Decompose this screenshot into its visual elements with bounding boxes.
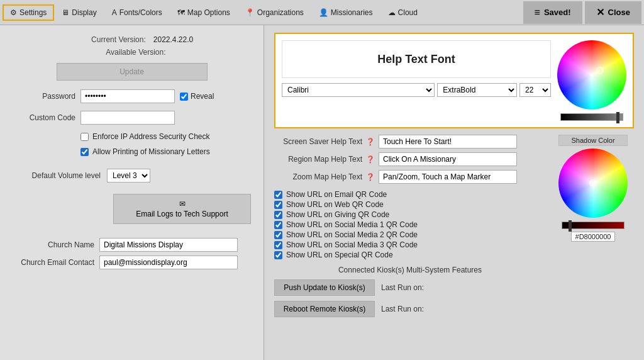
nav-map-options[interactable]: 🗺 Map Options: [170, 4, 238, 21]
shadow-color-section: Shadow Color #D8000000: [552, 135, 634, 317]
fonts-icon: A: [112, 8, 117, 17]
reboot-button[interactable]: Reboot Remote Kiosk(s): [274, 301, 375, 317]
screen-saver-row: Screen Saver Help Text ❓: [274, 135, 546, 149]
password-label: Password: [13, 92, 75, 101]
main-brightness-bar[interactable]: [560, 113, 623, 121]
qr-web-checkbox[interactable]: [274, 201, 282, 209]
qr-social2-checkbox[interactable]: [274, 231, 282, 239]
church-email-row: Church Email Contact: [13, 256, 251, 269]
reboot-run-label: Last Run on:: [381, 305, 424, 313]
qr-social3-checkbox[interactable]: [274, 241, 282, 249]
nav-org-label: Organizations: [257, 8, 304, 17]
email-logs-button[interactable]: ✉ Email Logs to Tech Support: [113, 194, 251, 224]
volume-label: Default Volume level: [13, 171, 101, 180]
region-map-row: Region Map Help Text ❓: [274, 152, 546, 166]
allow-printing-label: Allow Printing of Missionary Letters: [92, 147, 210, 156]
nav-cloud[interactable]: ☁ Cloud: [380, 4, 425, 21]
church-email-input[interactable]: [99, 256, 238, 269]
reveal-checkbox[interactable]: [180, 93, 188, 101]
push-run-label: Last Run on:: [381, 283, 424, 292]
nav-map-label: Map Options: [187, 8, 230, 17]
shadow-color-wheel[interactable]: [558, 149, 628, 218]
left-panel: Current Version: 2022.4.22.0 Available V…: [0, 25, 264, 360]
current-version-row: Current Version: 2022.4.22.0: [13, 35, 251, 44]
zoom-map-input[interactable]: [379, 170, 517, 184]
current-version-label: Current Version:: [70, 35, 146, 44]
nav-display[interactable]: 🖥 Display: [54, 4, 104, 21]
region-map-input[interactable]: [379, 152, 517, 166]
update-button[interactable]: Update: [57, 63, 208, 81]
push-update-row: Push Update to Kiosk(s) Last Run on:: [274, 279, 546, 296]
qr-giving-checkbox[interactable]: [274, 211, 282, 219]
font-preview-box: Help Text Font: [282, 40, 551, 78]
allow-printing-checkbox[interactable]: [80, 148, 89, 156]
qr-social1-checkbox[interactable]: [274, 221, 282, 229]
cloud-icon: ☁: [388, 8, 396, 17]
nav-fonts-colors[interactable]: A Fonts/Colors: [104, 4, 170, 21]
saved-icon: ≡: [535, 7, 540, 18]
settings-icon: ⚙: [10, 8, 17, 17]
font-preview-text: Help Text Font: [377, 53, 455, 66]
navbar: ⚙ Settings 🖥 Display A Fonts/Colors 🗺 Ma…: [0, 0, 644, 25]
custom-code-input[interactable]: [80, 111, 175, 125]
nav-fonts-label: Fonts/Colors: [119, 8, 162, 17]
screen-saver-help-icon: ❓: [366, 138, 375, 146]
kiosk-section: Connected Kiosk(s) Multi-System Features…: [274, 266, 546, 317]
nav-missionary-label: Missionaries: [331, 8, 373, 17]
display-icon: 🖥: [62, 8, 69, 17]
church-name-input[interactable]: [99, 238, 238, 252]
zoom-map-help-icon: ❓: [366, 173, 375, 181]
qr-special-checkbox[interactable]: [274, 251, 282, 259]
password-input[interactable]: [80, 89, 175, 103]
current-version-value: 2022.4.22.0: [153, 35, 193, 44]
screen-saver-input[interactable]: [379, 135, 517, 149]
font-family-select[interactable]: Calibri Arial Times New Roman Verdana: [282, 83, 435, 97]
shadow-hex-value: #D8000000: [571, 232, 616, 242]
qr-social3-label: Show URL on Social Media 3 QR Code: [286, 240, 418, 249]
church-name-label: Church Name: [13, 240, 94, 249]
qr-email-label: Show URL on Email QR Code: [286, 190, 387, 199]
qr-social3-row: Show URL on Social Media 3 QR Code: [274, 240, 546, 249]
custom-code-row: Custom Code: [13, 111, 251, 125]
enforce-ip-label: Enforce IP Address Security Check: [92, 132, 210, 141]
church-name-row: Church Name: [13, 238, 251, 252]
close-label: Close: [608, 8, 630, 17]
kiosk-title: Connected Kiosk(s) Multi-System Features: [274, 266, 546, 274]
font-size-select[interactable]: 18 20 22 24: [519, 83, 551, 97]
main-color-wheel-area: [557, 40, 626, 121]
qr-email-checkbox[interactable]: [274, 191, 282, 199]
allow-printing-row: Allow Printing of Missionary Letters: [80, 147, 251, 156]
qr-giving-label: Show URL on Giving QR Code: [286, 210, 389, 219]
custom-code-label: Custom Code: [13, 113, 75, 122]
enforce-ip-row: Enforce IP Address Security Check: [80, 132, 251, 141]
email-icon: ✉: [179, 200, 186, 208]
region-map-label: Region Map Help Text: [274, 155, 362, 164]
map-icon: 🗺: [177, 8, 185, 17]
org-icon: 📍: [245, 8, 255, 17]
close-icon: ✕: [596, 6, 604, 18]
reveal-checkbox-label[interactable]: Reveal: [180, 92, 214, 101]
saved-button[interactable]: ≡ Saved!: [523, 1, 582, 24]
nav-missionaries[interactable]: 👤 Missionaries: [311, 4, 380, 21]
push-update-button[interactable]: Push Update to Kiosk(s): [274, 279, 375, 296]
shadow-brightness-bar[interactable]: [562, 222, 625, 229]
qr-email-row: Show URL on Email QR Code: [274, 190, 546, 199]
font-style-select[interactable]: Regular Bold ExtraBold Italic: [437, 83, 517, 97]
close-button[interactable]: ✕ Close: [585, 1, 641, 24]
reboot-row: Reboot Remote Kiosk(s) Last Run on:: [274, 301, 546, 317]
enforce-ip-checkbox[interactable]: [80, 133, 89, 141]
nav-settings[interactable]: ⚙ Settings: [3, 4, 54, 21]
nav-settings-label: Settings: [19, 8, 47, 17]
qr-giving-row: Show URL on Giving QR Code: [274, 210, 546, 219]
nav-cloud-label: Cloud: [398, 8, 418, 17]
qr-checkboxes: Show URL on Email QR Code Show URL on We…: [274, 190, 546, 259]
main-color-wheel[interactable]: [557, 40, 626, 110]
qr-social1-label: Show URL on Social Media 1 QR Code: [286, 220, 418, 229]
font-controls: Calibri Arial Times New Roman Verdana Re…: [282, 83, 551, 97]
volume-select[interactable]: Level 1 Level 2 Level 3 Level 4 Level 5: [107, 169, 150, 183]
email-logs-label: Email Logs to Tech Support: [136, 210, 228, 218]
church-section: Church Name Church Email Contact: [13, 238, 251, 269]
help-text-font-section: Help Text Font Calibri Arial Times New R…: [274, 33, 634, 128]
nav-organizations[interactable]: 📍 Organizations: [238, 4, 311, 21]
volume-row: Default Volume level Level 1 Level 2 Lev…: [13, 169, 251, 183]
